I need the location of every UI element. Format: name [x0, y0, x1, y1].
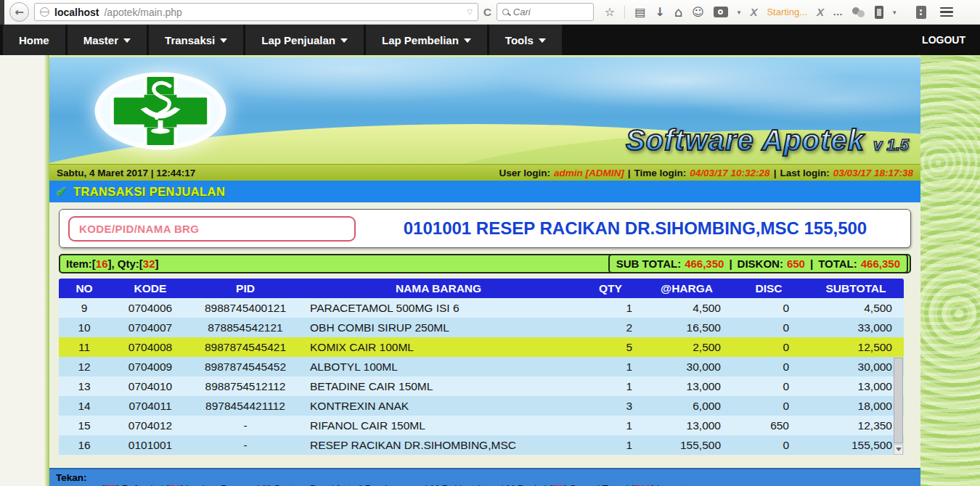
cell-qty: 1: [577, 419, 644, 432]
separator: /: [256, 483, 259, 486]
cell-harga: 6,000: [644, 400, 730, 413]
browser-chrome: ← localhost /apotek/main.php ▽ C Cari ☆ …: [0, 0, 980, 25]
chat-icon[interactable]: ☺: [692, 7, 704, 18]
nav-item[interactable]: Lap Pembelian: [366, 25, 487, 55]
url-bar[interactable]: localhost /apotek/main.php ▽: [34, 3, 478, 21]
qty-count: 32: [143, 258, 155, 270]
shortcut-item: [.]Back/: [507, 483, 550, 486]
cell-disc: 0: [730, 321, 808, 334]
cell-subtotal: 12,350: [808, 419, 904, 432]
cut-tool-icon[interactable]: X: [750, 6, 757, 18]
scrollbar-thumb[interactable]: [894, 358, 903, 443]
cut-tool-icon-2[interactable]: X: [817, 6, 824, 18]
cell-no: 10: [59, 321, 110, 334]
window-edge: [0, 0, 4, 25]
back-button[interactable]: ←: [9, 2, 29, 22]
pharmacy-logo: [84, 70, 237, 155]
colors-icon[interactable]: [852, 7, 865, 18]
cell-no: 15: [59, 419, 110, 432]
url-host: localhost: [54, 7, 99, 18]
table-scrollbar[interactable]: [894, 298, 903, 455]
qty-label: ], Qty:[: [108, 258, 143, 270]
header-qty: QTY: [577, 282, 644, 295]
nav-item-label: Tools: [505, 34, 534, 46]
table-row[interactable]: 13 0704010 8988754512112 BETADINE CAIR 1…: [59, 376, 904, 396]
table-row[interactable]: 16 0101001 - RESEP RACIKAN DR.SIHOMBING,…: [59, 435, 904, 455]
cell-qty: 1: [577, 380, 644, 393]
chevron-down-icon: [220, 38, 227, 43]
table-row[interactable]: 9 0704006 8988745400121 PARACETAMOL 500M…: [59, 298, 904, 318]
nav-items: Home Master Transaksi Lap Penjualan Lap …: [0, 25, 562, 55]
cell-no: 9: [59, 302, 110, 315]
nav-item[interactable]: Home: [3, 25, 65, 55]
summary-bar: Item:[16], Qty:[32] SUB TOTAL: 466,350 |…: [59, 254, 911, 273]
cell-qty: 1: [577, 361, 644, 374]
item-qty-summary: Item:[16], Qty:[32]: [66, 258, 159, 270]
shortcut-item: [+ / =]Pembayaran/: [337, 483, 430, 486]
separator: /: [625, 483, 628, 486]
nav-item[interactable]: Transaksi: [149, 25, 243, 55]
download-icon[interactable]: ↓: [655, 7, 664, 18]
shortcut-label: Pembayaran: [365, 483, 421, 486]
screenshot-camera-icon[interactable]: [714, 7, 728, 17]
table-header: NO KODE PID NAMA BARANG QTY @HARGA DISC …: [59, 279, 904, 298]
bookmark-star-icon[interactable]: ☆: [605, 7, 615, 18]
cell-disc: 0: [730, 361, 808, 374]
nav-item[interactable]: Lap Penjualan: [245, 25, 364, 55]
cell-nama: KOMIX CAIR 100ML: [300, 341, 577, 354]
cell-kode: 0704010: [110, 380, 191, 393]
last-login-value: 03/03/17 18:17:38: [833, 168, 913, 178]
cell-qty: 1: [577, 302, 644, 315]
more-dots[interactable]: ...: [833, 7, 843, 17]
starting-status: Starting...: [767, 7, 807, 17]
bracket: ]: [116, 483, 119, 486]
reading-list-icon[interactable]: ▤: [634, 7, 645, 18]
cell-kode: 0704007: [110, 321, 191, 334]
shortcut-key: F10: [634, 483, 651, 486]
table-row[interactable]: 12 0704009 8987874545452 ALBOTYL 100ML 1…: [59, 357, 904, 376]
diskon-label: DISKON:: [738, 258, 783, 270]
cell-subtotal: 13,000: [808, 380, 904, 393]
item-count: 16: [96, 258, 108, 270]
shortcut-label: Cancel Trns: [569, 483, 621, 486]
table-body: 9 0704006 8988745400121 PARACETAMOL 500M…: [59, 298, 904, 455]
chevron-down-icon[interactable]: ▾: [738, 9, 741, 16]
search-input[interactable]: Cari: [497, 3, 594, 21]
url-dropdown-icon[interactable]: ▽: [467, 8, 473, 16]
cell-harga: 13,000: [644, 380, 730, 393]
nav-item[interactable]: Tools: [489, 25, 562, 55]
header-nama-barang: NAMA BARANG: [300, 282, 577, 295]
chevron-down-icon-2[interactable]: ▾: [893, 9, 897, 16]
logout-button[interactable]: LOGOUT: [907, 25, 980, 55]
scrollbar-down-button[interactable]: [894, 444, 903, 455]
table-row[interactable]: 10 0704007 878854542121 OBH COMBI SIRUP …: [59, 318, 904, 337]
header-kode: KODE: [110, 282, 191, 295]
cell-harga: 2,500: [644, 341, 730, 354]
battery-icon[interactable]: [875, 6, 883, 19]
work-area: 0101001 RESEP RACIKAN DR.SIHOMBING,MSC 1…: [49, 202, 920, 468]
subtotal-label: SUB TOTAL:: [616, 258, 681, 270]
shortcut-list: [F5]Refresh/[F4]Lookup Barang/[/]Costum …: [91, 461, 687, 486]
cell-nama: BETADINE CAIR 150ML: [300, 380, 577, 393]
table-row[interactable]: 11 0704008 8987874545421 KOMIX CAIR 100M…: [59, 337, 904, 357]
menu-icon[interactable]: [940, 7, 953, 17]
home-icon[interactable]: ⌂: [674, 6, 682, 19]
cell-pid: 8987874545421: [191, 341, 300, 354]
kode-input[interactable]: [68, 216, 356, 242]
brand-title: Software Apotek: [626, 124, 865, 157]
cell-qty: 1: [577, 439, 644, 452]
separator: |: [729, 258, 732, 270]
shortcut-item: [F10]Logout: [632, 483, 687, 486]
totals-summary: SUB TOTAL: 466,350 | DISKON: 650 | TOTAL…: [608, 254, 908, 273]
cell-disc: 0: [730, 400, 808, 413]
sidebar-panel-icon[interactable]: [916, 6, 926, 19]
nav-item[interactable]: Master: [68, 25, 147, 55]
subtotal-value: 466,350: [685, 258, 724, 270]
bracket: ]: [651, 483, 654, 486]
table-row[interactable]: 15 0704012 - RIFANOL CAIR 150ML 1 13,000…: [59, 416, 904, 435]
table-row[interactable]: 14 0704011 8978454421112 KONTREXIN ANAK …: [59, 396, 904, 416]
entry-panel: 0101001 RESEP RACIKAN DR.SIHOMBING,MSC 1…: [59, 209, 911, 248]
check-icon: ✔: [56, 184, 68, 199]
reload-icon[interactable]: C: [483, 6, 491, 18]
shortcut-item: [F9]Cancel Trns/: [550, 483, 632, 486]
